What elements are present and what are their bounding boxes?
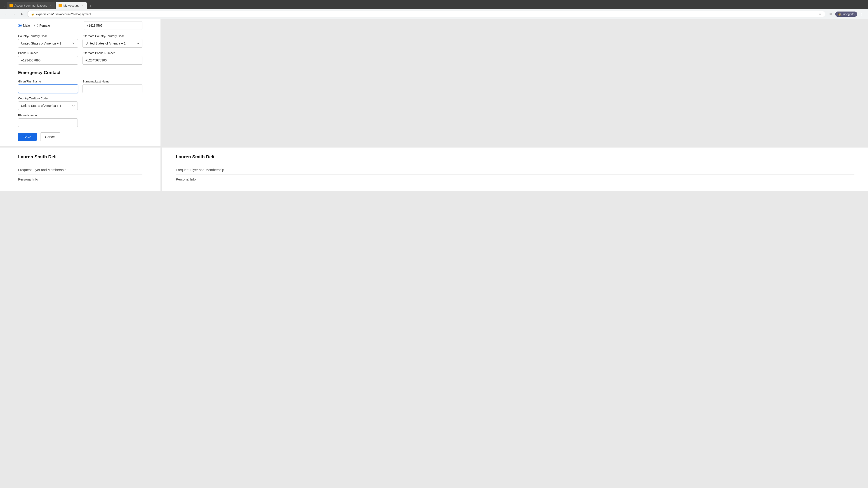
tab-close-my-account[interactable]: ×	[81, 4, 84, 7]
alt-phone-number-field: Alternate Phone Number	[83, 51, 143, 65]
gender-female-option[interactable]: Female	[34, 24, 50, 27]
emergency-first-name-input[interactable]	[18, 85, 78, 93]
gender-female-label: Female	[39, 24, 50, 27]
alt-phone-number-input[interactable]	[83, 56, 143, 65]
country-code-select[interactable]: United States of America + 1 United King…	[18, 39, 78, 48]
new-tab-button[interactable]: +	[87, 3, 94, 9]
phone-number-row: Phone Number Alternate Phone Number	[18, 51, 143, 65]
split-screen-button[interactable]: ⧉	[827, 10, 834, 18]
partial-phone-field[interactable]	[84, 21, 143, 30]
gender-male-label: Male	[23, 24, 30, 27]
bookmark-icon[interactable]: ☆	[818, 12, 822, 16]
emergency-country-field: Country/Territory Code United States of …	[18, 97, 143, 110]
form-actions: Save Cancel	[18, 132, 143, 141]
page-content: Male Female Country/Territory Code Unite…	[0, 19, 868, 146]
emergency-phone-field: Phone Number	[18, 113, 143, 127]
frequent-flyer-link-right[interactable]: Frequent Flyer and Membership	[176, 165, 855, 175]
address-bar-row: ← → ↻ 🔒 expedia.com/user/account/?selc=p…	[0, 9, 868, 19]
country-code-field: Country/Territory Code United States of …	[18, 34, 78, 48]
emergency-first-name-label: Given/First Name	[18, 80, 78, 83]
country-code-label: Country/Territory Code	[18, 34, 78, 38]
gender-male-option[interactable]: Male	[18, 24, 30, 27]
expedia-favicon-1	[9, 4, 13, 7]
divider-2	[176, 164, 855, 164]
phone-number-label: Phone Number	[18, 51, 78, 55]
gender-female-radio[interactable]	[34, 24, 38, 27]
emergency-contact-section: Emergency Contact Given/First Name Surna…	[18, 70, 143, 146]
browser-chrome: ▾ Account communications × My Account × …	[0, 0, 868, 19]
emergency-country-label: Country/Territory Code	[18, 97, 143, 100]
bottom-left-card-title: Lauren Smith Deli	[18, 154, 143, 160]
phone-number-field: Phone Number	[18, 51, 78, 65]
address-bar[interactable]: 🔒 expedia.com/user/account/?selc=payment…	[27, 11, 825, 18]
incognito-badge[interactable]: 🕵 Incognito	[835, 11, 857, 17]
right-gray-area	[160, 19, 868, 146]
alt-country-code-field: Alternate Country/Territory Code United …	[83, 34, 143, 48]
incognito-label: Incognito	[842, 12, 855, 16]
emergency-first-name-field: Given/First Name	[18, 80, 78, 93]
divider-1	[18, 164, 143, 164]
tab-account-communications[interactable]: Account communications ×	[7, 2, 55, 9]
emergency-phone-label: Phone Number	[18, 113, 143, 117]
frequent-flyer-link-left[interactable]: Frequent Flyer and Membership	[18, 165, 143, 175]
back-button[interactable]: ←	[3, 11, 9, 17]
personal-info-link-right[interactable]: Personal Info	[176, 175, 855, 184]
forward-button[interactable]: →	[11, 11, 17, 17]
toolbar-right: ⧉ 🕵 Incognito ⋮	[827, 10, 865, 18]
alt-phone-number-label: Alternate Phone Number	[83, 51, 143, 55]
cancel-button[interactable]: Cancel	[40, 132, 60, 141]
emergency-contact-title: Emergency Contact	[18, 70, 143, 75]
personal-info-link-left[interactable]: Personal Info	[18, 175, 143, 184]
expedia-favicon-2	[59, 4, 62, 7]
emergency-last-name-label: Surname/Last Name	[83, 80, 143, 83]
bottom-left-card: Lauren Smith Deli Frequent Flyer and Mem…	[0, 148, 160, 191]
emergency-name-row: Given/First Name Surname/Last Name	[18, 80, 143, 93]
reload-button[interactable]: ↻	[19, 11, 25, 17]
tab-label-my-account: My Account	[64, 4, 79, 7]
tab-close-account-comms[interactable]: ×	[49, 4, 53, 7]
emergency-phone-input[interactable]	[18, 119, 78, 127]
emergency-last-name-input[interactable]	[83, 85, 143, 93]
emergency-last-name-field: Surname/Last Name	[83, 80, 143, 93]
country-code-row: Country/Territory Code United States of …	[18, 34, 143, 48]
tab-label-account-comms: Account communications	[14, 4, 47, 7]
gender-male-radio[interactable]	[18, 24, 22, 27]
emergency-country-select[interactable]: United States of America + 1 United King…	[18, 101, 78, 110]
tab-my-account[interactable]: My Account ×	[56, 2, 87, 9]
menu-button[interactable]: ⋮	[858, 10, 865, 18]
main-form-panel: Male Female Country/Territory Code Unite…	[0, 19, 160, 146]
bottom-cards-section: Lauren Smith Deli Frequent Flyer and Mem…	[0, 148, 868, 191]
incognito-icon: 🕵	[838, 12, 842, 16]
bottom-right-card: Lauren Smith Deli Frequent Flyer and Mem…	[162, 148, 868, 191]
url-display: expedia.com/user/account/?selc=payment	[36, 12, 817, 16]
alt-country-code-select[interactable]: United States of America + 1 United King…	[83, 39, 143, 48]
save-button[interactable]: Save	[18, 133, 37, 141]
alt-country-code-label: Alternate Country/Territory Code	[83, 34, 143, 38]
phone-number-input[interactable]	[18, 56, 78, 65]
tab-bar: ▾ Account communications × My Account × …	[0, 0, 868, 9]
lock-icon: 🔒	[31, 12, 34, 15]
tab-dropdown-btn[interactable]: ▾	[2, 4, 6, 9]
bottom-right-card-title: Lauren Smith Deli	[176, 154, 855, 160]
gender-row: Male Female	[18, 19, 143, 30]
